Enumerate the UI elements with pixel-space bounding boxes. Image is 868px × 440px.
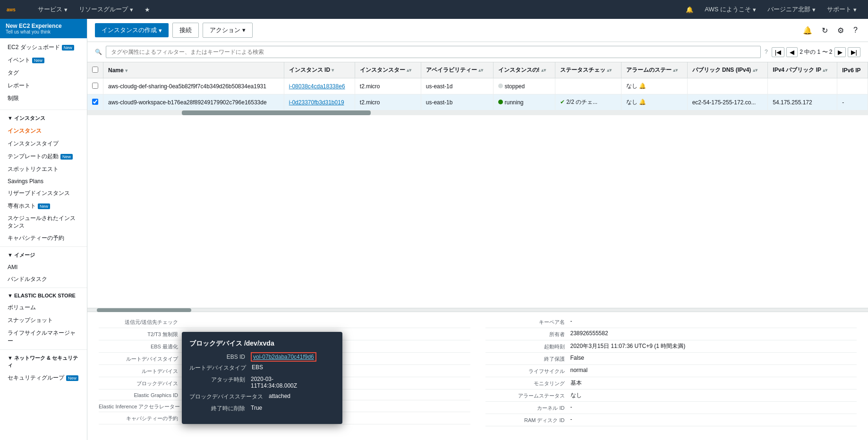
col-public-dns: パブリック DNS (IPv4) ▴▾ bbox=[687, 62, 768, 78]
search-input[interactable] bbox=[106, 46, 761, 58]
table-row[interactable]: aws-cloudg-def-sharing-0ea5b82f9f7c4b349… bbox=[87, 78, 868, 94]
sidebar-item-ami[interactable]: AMI bbox=[0, 262, 87, 273]
panel-scrollbar[interactable] bbox=[87, 308, 868, 312]
detail-lifecycle: ライフサイクル normal bbox=[485, 365, 857, 377]
sidebar-item-instance-types[interactable]: インスタンスタイプ bbox=[0, 137, 87, 150]
row-status-1: stopped bbox=[493, 78, 555, 94]
row-type-2: t2.micro bbox=[355, 94, 421, 110]
sidebar-item-savings-plans[interactable]: Savings Plans bbox=[0, 176, 87, 187]
table-row[interactable]: aws-cloud9-workspace-b176ea28f8924917990… bbox=[87, 94, 868, 110]
sidebar-section-ebs[interactable]: ▼ ELASTIC BLOCK STORE bbox=[0, 290, 87, 301]
search-bar: 🔍 ? |◀ ◀ 2 中の 1 〜 2 ▶ ▶| bbox=[87, 42, 868, 62]
row-status-2: running bbox=[493, 94, 555, 110]
refresh-button[interactable]: ↻ bbox=[819, 24, 831, 37]
new-ec2-banner[interactable]: New EC2 Experience Tell us what you thin… bbox=[0, 19, 87, 38]
horizontal-scrollbar[interactable] bbox=[87, 110, 868, 115]
sidebar-section-instances[interactable]: ▼ インスタンス bbox=[0, 112, 87, 125]
sidebar-item-reports[interactable]: レポート bbox=[0, 79, 87, 92]
refresh-icon: ↻ bbox=[822, 26, 828, 34]
gear-icon: ⚙ bbox=[837, 26, 844, 34]
question-icon: ? bbox=[853, 26, 858, 34]
sidebar-item-lifecycle-manager[interactable]: ライフサイクルマネージャー bbox=[0, 327, 87, 347]
search-help-icon[interactable]: ? bbox=[765, 49, 768, 55]
alarm-icon-2: 🔔 bbox=[639, 99, 646, 105]
sidebar-item-bundle-tasks[interactable]: バンドルタスク bbox=[0, 273, 87, 286]
main-layout: New EC2 Experience Tell us what you thin… bbox=[0, 19, 868, 440]
nav-bell[interactable]: 🔔 bbox=[680, 0, 699, 19]
sidebar-item-launch-templates[interactable]: テンプレートの起動 New bbox=[0, 150, 87, 163]
row-checkbox-1[interactable] bbox=[92, 83, 98, 89]
instance-id-link-1[interactable]: i-08038c4cda18338e6 bbox=[289, 83, 345, 90]
row-checkbox-2[interactable] bbox=[92, 99, 98, 105]
sidebar-item-snapshots[interactable]: スナップショット bbox=[0, 314, 87, 327]
first-page-button[interactable]: |◀ bbox=[772, 47, 784, 57]
alert-icon: 🔔 bbox=[803, 26, 812, 34]
sidebar-item-limits[interactable]: 制限 bbox=[0, 92, 87, 105]
detail-monitoring: モニタリング 基本 bbox=[485, 377, 857, 389]
sidebar-section-images[interactable]: ▼ イメージ bbox=[0, 249, 87, 262]
col-instance-type: インスタンスター ▴▾ bbox=[355, 62, 421, 78]
table-area: 🔍 ? |◀ ◀ 2 中の 1 〜 2 ▶ ▶| bbox=[87, 42, 868, 308]
last-page-button[interactable]: ▶| bbox=[848, 47, 860, 57]
page-count: 2 中の 1 〜 2 bbox=[800, 48, 832, 56]
row-check-2: ✔ 2/2 のチェ... bbox=[555, 94, 621, 110]
row-ip-2: 54.175.255.172 bbox=[768, 94, 837, 110]
aws-logo[interactable]: aws bbox=[6, 4, 25, 15]
col-ipv6: IPv6 IP bbox=[837, 62, 868, 78]
select-all-checkbox[interactable] bbox=[92, 67, 98, 73]
row-alarm-1: なし 🔔 bbox=[621, 78, 687, 94]
sidebar-item-volumes[interactable]: ボリューム bbox=[0, 301, 87, 314]
row-name-2: aws-cloud9-workspace-b176ea28f8924917990… bbox=[103, 94, 284, 110]
bottom-panel: 送信元/送信先チェック T2/T3 無制限 EBS 最適化 ルートデバイスタイプ bbox=[87, 308, 868, 440]
sidebar-item-spot-requests[interactable]: スポットリクエスト bbox=[0, 163, 87, 176]
next-page-button[interactable]: ▶ bbox=[834, 47, 846, 57]
sidebar-main-section: EC2 ダッシュボード New イベント New タグ レポート 制限 bbox=[0, 38, 87, 108]
popup-row-attach-time: アタッチ時刻 2020-03-11T14:34:08.000Z bbox=[189, 376, 335, 389]
popup-row-ebs-id: EBS ID vol-07b2daba70c41f9d6 bbox=[189, 354, 335, 360]
nav-region[interactable]: バージニア北部 ▾ bbox=[762, 0, 821, 19]
actions-button[interactable]: アクション ▾ bbox=[203, 23, 253, 38]
ebs-id-link[interactable]: vol-07b2daba70c41f9d6 bbox=[251, 352, 316, 362]
help-button[interactable]: ? bbox=[851, 24, 860, 36]
status-check-icon: ✔ bbox=[560, 99, 565, 105]
detail-alarm-status: アラームステータス なし bbox=[485, 389, 857, 402]
sidebar-item-scheduled-instances[interactable]: スケジュールされたインスタンス bbox=[0, 212, 87, 232]
row-ip-1 bbox=[768, 78, 837, 94]
settings-button[interactable]: ⚙ bbox=[834, 24, 847, 37]
sidebar-section-network[interactable]: ▼ ネットワーク & セキュリティ bbox=[0, 352, 87, 372]
sidebar-item-security-groups[interactable]: セキュリティグループ New bbox=[0, 372, 87, 384]
detail-kernel-id: カーネル ID - bbox=[485, 402, 857, 414]
row-ipv6-1 bbox=[837, 78, 868, 94]
instance-id-link-2[interactable]: i-0d23370fb3d31b019 bbox=[289, 99, 344, 106]
nav-services[interactable]: サービス ▾ bbox=[32, 0, 73, 19]
detail-termination-protection: 終了保護 False bbox=[485, 353, 857, 365]
nav-support[interactable]: サポート ▾ bbox=[821, 0, 862, 19]
create-instance-button[interactable]: インスタンスの作成 ▾ bbox=[95, 23, 169, 37]
row-az-2: us-east-1b bbox=[421, 94, 493, 110]
col-status-check: ステータスチェッ ▴▾ bbox=[555, 62, 621, 78]
col-instance-state: インスタンスの! ▴▾ bbox=[493, 62, 555, 78]
alert-icon-btn[interactable]: 🔔 bbox=[800, 24, 815, 37]
search-icon: 🔍 bbox=[95, 49, 102, 55]
instances-table: Name ▾ インスタンス ID ▾ インスタンスター ▴▾ アベイラビリティー… bbox=[87, 62, 868, 110]
sidebar-item-dashboard[interactable]: EC2 ダッシュボード New bbox=[0, 41, 87, 54]
sidebar-item-instances[interactable]: インスタンス bbox=[0, 125, 87, 137]
sidebar-item-reserved-instances[interactable]: リザーブドインスタンス bbox=[0, 187, 87, 200]
nav-welcome[interactable]: AWS にようこそ ▾ bbox=[699, 0, 762, 19]
svg-text:aws: aws bbox=[7, 7, 16, 12]
connect-button[interactable]: 接続 bbox=[172, 23, 199, 38]
nav-star[interactable]: ★ bbox=[139, 0, 156, 19]
sidebar-item-tags[interactable]: タグ bbox=[0, 67, 87, 79]
nav-resource-groups[interactable]: リソースグループ ▾ bbox=[73, 0, 139, 19]
sidebar-item-dedicated-hosts[interactable]: 専有ホスト New bbox=[0, 200, 87, 212]
sidebar-item-events[interactable]: イベント New bbox=[0, 54, 87, 67]
sidebar-item-capacity-reservations[interactable]: キャパシティーの予約 bbox=[0, 232, 87, 245]
row-name-1: aws-cloudg-def-sharing-0ea5b82f9f7c4b349… bbox=[103, 78, 284, 94]
row-alarm-2: なし 🔔 bbox=[621, 94, 687, 110]
col-instance-id: インスタンス ID ▾ bbox=[284, 62, 355, 78]
detail-row: 送信元/送信先チェック bbox=[99, 316, 470, 328]
col-alarm-status: アラームのステー ▴▾ bbox=[621, 62, 687, 78]
popup-row-device-type: ルートデバイスタイプ EBS bbox=[189, 364, 335, 372]
row-dns-1 bbox=[687, 78, 768, 94]
prev-page-button[interactable]: ◀ bbox=[786, 47, 798, 57]
